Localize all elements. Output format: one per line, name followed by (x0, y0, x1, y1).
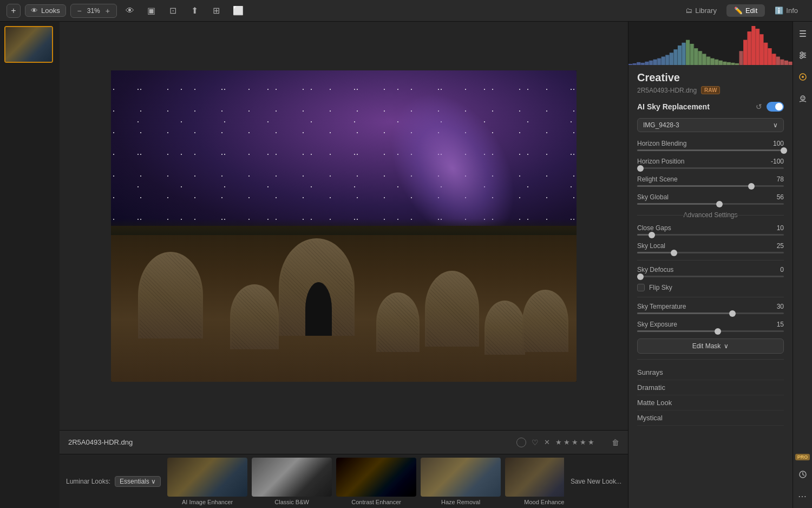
slider-thumb-horizon-position[interactable] (637, 165, 644, 172)
look-item-haze-removal[interactable]: Haze Removal (421, 458, 501, 505)
looks-bar: Luminar Looks: Essentials ∨ AI Image Enh… (60, 454, 628, 508)
slider-track-sky-local[interactable] (637, 252, 784, 253)
svg-rect-1 (800, 33, 806, 34)
look-name-ai-enhancer: AI Image Enhancer (182, 499, 233, 505)
library-tab[interactable]: 🗂 Library (678, 4, 724, 17)
slider-label-sky-defocus: Sky Defocus (637, 266, 673, 273)
slider-value-sky-defocus: 0 (768, 266, 784, 273)
slider-thumb-relight-scene[interactable] (748, 183, 755, 190)
divider-1 (637, 260, 784, 260)
adjustments-icon-button[interactable] (795, 48, 810, 63)
look-name-mood-enhancer: Mood Enhancer (524, 499, 564, 505)
looks-button[interactable]: 👁 Looks (25, 4, 66, 17)
flip-sky-row: Flip Sky (637, 284, 784, 291)
slider-track-horizon-blending[interactable] (637, 149, 784, 151)
look-item-ai-enhancer[interactable]: AI Image Enhancer (167, 458, 247, 505)
slider-track-sky-defocus[interactable] (637, 276, 784, 277)
reset-button[interactable]: ↺ (756, 102, 762, 111)
list-item-sunrays[interactable]: Sunrays (637, 365, 784, 380)
circle-rating-button[interactable] (516, 438, 526, 447)
face-icon (798, 94, 807, 103)
look-item-contrast-enhancer[interactable]: Contrast Enhancer (336, 458, 416, 505)
grid-button[interactable]: ⊞ (208, 2, 225, 19)
crop-button[interactable]: ⊡ (165, 2, 182, 19)
slider-thumb-sky-defocus[interactable] (637, 273, 644, 280)
svg-rect-0 (800, 30, 806, 31)
hut-6 (484, 301, 525, 355)
zoom-in-button[interactable]: + (102, 5, 113, 16)
sky-selector[interactable]: IMG_9428-3 ∨ (637, 118, 784, 132)
essentials-badge[interactable]: Essentials ∨ (115, 476, 161, 487)
look-item-classic-bw[interactable]: Classic B&W (252, 458, 332, 505)
right-panel-content: Creative 2R5A0493-HDR.dng RAW AI Sky Rep… (628, 65, 793, 508)
slider-track-sky-global[interactable] (637, 203, 784, 205)
module-title: AI Sky Replacement (637, 102, 710, 111)
save-look-button[interactable]: Save New Look... (571, 478, 621, 485)
thumbnail-item[interactable] (4, 26, 53, 63)
image-sky (111, 70, 577, 242)
slider-fill-horizon-blending (637, 149, 784, 151)
list-item-dramatic[interactable]: Dramatic (637, 380, 784, 395)
chevron-down-icon-mask: ∨ (724, 342, 729, 350)
heart-button[interactable]: ♡ (532, 438, 539, 447)
slider-track-horizon-position[interactable] (637, 167, 784, 169)
slider-thumb-sky-global[interactable] (716, 201, 723, 207)
svg-point-6 (803, 54, 805, 56)
svg-point-8 (800, 56, 802, 58)
divider-3 (637, 359, 784, 360)
slider-thumb-close-gaps[interactable] (649, 232, 655, 238)
layers-icon-button[interactable] (795, 26, 810, 41)
share-button[interactable]: ⬆ (186, 2, 204, 19)
zoom-out-button[interactable]: − (74, 5, 85, 16)
look-item-mood-enhancer[interactable]: Mood Enhancer (505, 458, 564, 505)
slider-track-sky-temperature[interactable] (637, 312, 784, 314)
reject-button[interactable]: ✕ (544, 438, 550, 446)
slider-sky-local: Sky Local 25 (637, 242, 784, 253)
creative-icon-button[interactable] (795, 69, 810, 84)
face-icon-button[interactable] (795, 91, 810, 106)
list-item-mystical[interactable]: Mystical (637, 411, 784, 426)
star-rating[interactable]: ★ ★ ★ ★ ★ (555, 438, 594, 446)
slider-track-sky-exposure[interactable] (637, 330, 784, 332)
slider-label-close-gaps: Close Gaps (637, 224, 671, 232)
edit-tab[interactable]: ✏️ Edit (726, 4, 765, 17)
slider-thumb-sky-temperature[interactable] (729, 310, 736, 317)
slider-value-sky-temperature: 30 (768, 303, 784, 310)
slider-fill-sky-global (637, 203, 719, 205)
flip-sky-label: Flip Sky (649, 284, 672, 291)
slider-track-relight-scene[interactable] (637, 185, 784, 187)
svg-point-4 (801, 52, 803, 54)
flip-sky-checkbox[interactable] (637, 284, 645, 291)
history-icon-button[interactable] (795, 467, 810, 482)
sky-selector-value: IMG_9428-3 (643, 121, 679, 129)
image-container[interactable] (60, 22, 628, 430)
window-button[interactable]: ⬜ (230, 2, 247, 19)
module-toggle[interactable] (767, 102, 784, 112)
ellipsis-icon: ⋯ (798, 491, 807, 502)
look-thumb-contrast-enhancer (336, 458, 416, 497)
zoom-control[interactable]: − 31% + (70, 4, 117, 18)
slider-fill-sky-local (637, 252, 674, 253)
top-bar-left: + 👁 Looks − 31% + 👁 ▣ ⊡ ⬆ ⊞ ⬜ (6, 2, 673, 19)
preview-button[interactable]: 👁 (121, 2, 139, 19)
slider-thumb-sky-exposure[interactable] (715, 328, 721, 335)
slider-close-gaps: Close Gaps 10 (637, 224, 784, 236)
edit-mask-button[interactable]: Edit Mask ∨ (637, 338, 784, 354)
add-button[interactable]: + (6, 4, 21, 18)
slider-sky-temperature: Sky Temperature 30 (637, 303, 784, 314)
list-item-matte-look[interactable]: Matte Look (637, 395, 784, 411)
histogram-canvas (628, 22, 793, 65)
compare-button[interactable]: ▣ (143, 2, 160, 19)
slider-thumb-horizon-blending[interactable] (781, 147, 787, 154)
delete-button[interactable]: 🗑 (612, 438, 619, 447)
slider-track-close-gaps[interactable] (637, 234, 784, 236)
advanced-settings-header[interactable]: Advanced Settings (637, 211, 784, 219)
module-actions: ↺ (756, 102, 784, 112)
info-tab[interactable]: ℹ️ Info (767, 4, 806, 17)
look-thumb-mood-enhancer (505, 458, 564, 497)
edit-icon: ✏️ (734, 6, 743, 15)
slider-thumb-sky-local[interactable] (671, 250, 677, 256)
side-icon-rail: PRO ⋯ (793, 22, 812, 508)
main-image (111, 70, 577, 382)
more-options-button[interactable]: ⋯ (795, 489, 810, 504)
